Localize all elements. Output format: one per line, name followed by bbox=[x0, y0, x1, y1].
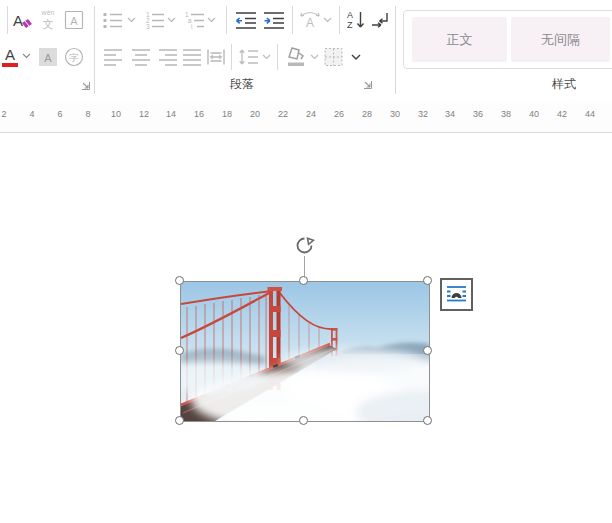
chevron-down-icon bbox=[167, 17, 176, 23]
resize-handle-bottom-center[interactable] bbox=[299, 416, 308, 425]
style-no-spacing-button[interactable]: 无间隔 bbox=[511, 17, 610, 62]
ruler-number: 44 bbox=[580, 109, 600, 119]
resize-handle-top-right[interactable] bbox=[423, 276, 432, 285]
justify-icon bbox=[181, 46, 203, 68]
character-shading-icon: A bbox=[37, 46, 59, 68]
resize-handle-top-center[interactable] bbox=[299, 276, 308, 285]
distribute-button[interactable] bbox=[205, 46, 227, 68]
shading-dropdown[interactable] bbox=[310, 54, 319, 60]
align-center-icon bbox=[130, 46, 152, 68]
enclose-characters-button[interactable]: 字 bbox=[63, 46, 85, 68]
style-normal-button[interactable]: 正文 bbox=[412, 17, 507, 62]
bullets-dropdown[interactable] bbox=[127, 17, 136, 23]
line-spacing-dropdown[interactable] bbox=[262, 54, 271, 60]
character-shading-button[interactable]: A bbox=[37, 46, 59, 68]
font-dialog-launcher[interactable] bbox=[80, 80, 92, 92]
row-divider bbox=[339, 6, 340, 34]
resize-handle-bottom-right[interactable] bbox=[423, 416, 432, 425]
character-border-button[interactable]: A bbox=[63, 9, 85, 31]
ruler-number: 20 bbox=[245, 109, 265, 119]
rotate-handle[interactable] bbox=[294, 235, 315, 256]
clear-formatting-button[interactable]: A bbox=[10, 7, 34, 34]
character-border-icon: A bbox=[63, 9, 85, 31]
svg-text:3: 3 bbox=[146, 23, 150, 30]
phonetic-guide-button[interactable]: wén 文 bbox=[37, 6, 59, 34]
row-divider bbox=[277, 44, 278, 70]
align-center-button[interactable] bbox=[130, 46, 152, 68]
distribute-icon bbox=[205, 46, 227, 68]
resize-handle-middle-right[interactable] bbox=[423, 346, 432, 355]
svg-text:i: i bbox=[191, 23, 192, 30]
ruler-number: 10 bbox=[106, 109, 126, 119]
increase-indent-button[interactable] bbox=[262, 9, 286, 31]
numbering-button[interactable]: 1 2 3 bbox=[144, 9, 166, 31]
ruler-number: 22 bbox=[273, 109, 293, 119]
multilevel-list-dropdown[interactable] bbox=[207, 17, 216, 23]
ruler-number: 6 bbox=[50, 109, 70, 119]
shading-bucket-icon bbox=[284, 45, 308, 69]
word-editor-screen: A wén 文 A A bbox=[0, 0, 612, 523]
font-color-button[interactable]: A bbox=[1, 44, 19, 69]
enclose-characters-icon: 字 bbox=[63, 46, 85, 68]
numbering-icon: 1 2 3 bbox=[144, 9, 166, 31]
ruler-number: 28 bbox=[357, 109, 377, 119]
borders-button[interactable] bbox=[322, 45, 346, 69]
ruler-number: 24 bbox=[301, 109, 321, 119]
bullets-button[interactable] bbox=[102, 9, 124, 31]
align-left-button[interactable] bbox=[102, 46, 124, 68]
ruler-number: 32 bbox=[413, 109, 433, 119]
styles-group-label: 样式 bbox=[524, 76, 604, 93]
font-color-icon: A bbox=[1, 44, 19, 69]
ruler-number: 40 bbox=[524, 109, 544, 119]
ruler-number: 36 bbox=[468, 109, 488, 119]
align-right-icon bbox=[157, 46, 179, 68]
svg-text:A: A bbox=[347, 10, 353, 20]
font-color-dropdown[interactable] bbox=[22, 53, 31, 59]
increase-indent-icon bbox=[262, 9, 286, 31]
selected-picture[interactable] bbox=[180, 281, 430, 422]
dialog-launcher-icon bbox=[80, 80, 92, 92]
resize-handle-bottom-left[interactable] bbox=[175, 416, 184, 425]
chevron-down-icon bbox=[351, 54, 361, 61]
numbering-dropdown[interactable] bbox=[167, 17, 176, 23]
horizontal-ruler[interactable]: 2 4 6 8 10 12 14 16 18 20 22 24 26 28 30… bbox=[0, 103, 612, 133]
asian-layout-dropdown[interactable] bbox=[323, 17, 332, 23]
group-divider bbox=[94, 6, 95, 94]
borders-dropdown[interactable] bbox=[351, 54, 361, 61]
chevron-down-icon bbox=[127, 17, 136, 23]
rotate-icon bbox=[294, 235, 315, 256]
ruler-number: 8 bbox=[78, 109, 98, 119]
ribbon: A wén 文 A A bbox=[0, 0, 612, 104]
multilevel-list-button[interactable]: 1 a i bbox=[184, 9, 206, 31]
clear-formatting-icon: A bbox=[10, 8, 34, 34]
sort-button[interactable]: A Z bbox=[345, 8, 367, 32]
line-spacing-button[interactable] bbox=[238, 46, 260, 68]
shading-button[interactable] bbox=[284, 45, 308, 69]
resize-handle-top-left[interactable] bbox=[175, 276, 184, 285]
layout-options-button[interactable] bbox=[440, 278, 473, 311]
bullets-icon bbox=[102, 9, 124, 31]
sort-icon: A Z bbox=[345, 8, 367, 32]
decrease-indent-button[interactable] bbox=[234, 9, 258, 31]
show-paragraph-marks-icon bbox=[370, 8, 392, 32]
svg-text:A: A bbox=[44, 52, 52, 64]
document-canvas[interactable] bbox=[0, 133, 612, 523]
justify-button[interactable] bbox=[181, 46, 203, 68]
align-right-button[interactable] bbox=[157, 46, 179, 68]
chevron-down-icon bbox=[262, 54, 271, 60]
show-marks-button[interactable] bbox=[370, 8, 392, 32]
ruler-number: 30 bbox=[385, 109, 405, 119]
svg-text:A: A bbox=[5, 46, 15, 63]
paragraph-dialog-launcher[interactable] bbox=[362, 79, 374, 91]
ruler-number: 18 bbox=[217, 109, 237, 119]
align-left-icon bbox=[102, 46, 124, 68]
borders-icon bbox=[322, 45, 346, 69]
dialog-launcher-icon bbox=[362, 79, 374, 91]
ruler-number: 2 bbox=[0, 109, 14, 119]
asian-layout-icon: A bbox=[298, 8, 322, 32]
multilevel-list-icon: 1 a i bbox=[184, 9, 206, 31]
chevron-down-icon bbox=[323, 17, 332, 23]
chevron-down-icon bbox=[310, 54, 319, 60]
resize-handle-middle-left[interactable] bbox=[175, 346, 184, 355]
asian-layout-button[interactable]: A bbox=[298, 8, 322, 32]
